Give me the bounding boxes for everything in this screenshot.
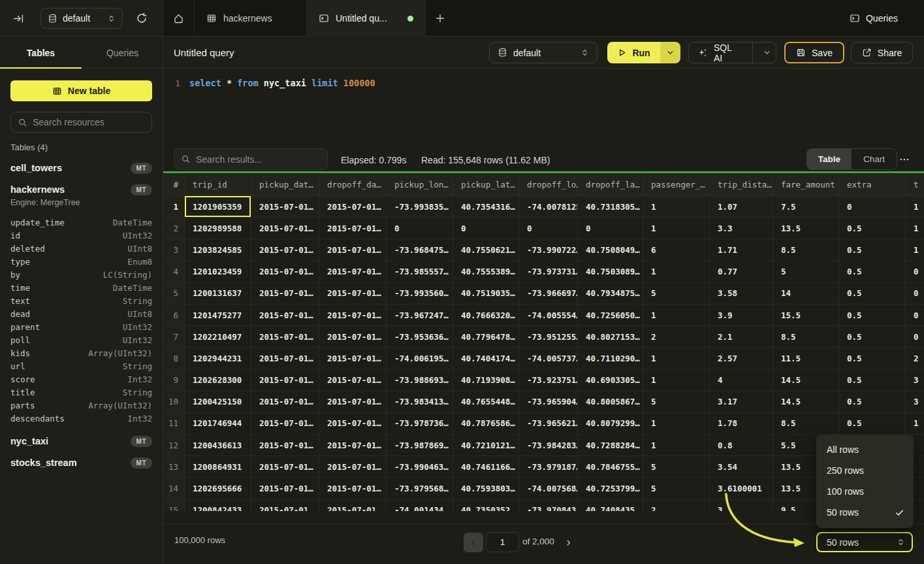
view-toggle-chart[interactable]: Chart — [852, 149, 897, 169]
table-cell[interactable]: 40.7404174… — [453, 348, 519, 369]
column-header[interactable]: passenger_… — [643, 173, 710, 196]
table-cell[interactable]: 40.7519035… — [453, 283, 519, 305]
schema-column-row[interactable]: typeEnum8 — [10, 255, 152, 268]
table-cell[interactable]: 2015-07-01… — [251, 500, 319, 511]
schema-column-row[interactable]: deadUInt8 — [10, 307, 152, 320]
table-cell[interactable]: 3.54 — [710, 456, 773, 478]
table-cell[interactable]: 40.7350352 — [453, 500, 519, 511]
table-cell[interactable]: -73.966697… — [519, 283, 578, 305]
table-cell[interactable]: 40.7210121… — [453, 435, 519, 456]
table-cell[interactable]: 40.7655448… — [453, 391, 519, 413]
table-cell[interactable]: -74.0078125 — [519, 196, 578, 218]
schema-column-row[interactable]: partsArray(UInt32) — [10, 399, 152, 412]
table-cell[interactable]: 5 — [643, 391, 710, 413]
table-cell[interactable]: 1 — [643, 435, 710, 456]
column-header[interactable]: # — [163, 173, 185, 196]
table-cell[interactable]: 0 — [453, 218, 519, 239]
table-cell[interactable]: 1 — [906, 413, 924, 435]
table-cell[interactable]: 2015-07-01… — [251, 370, 319, 391]
table-cell[interactable]: 1202695666 — [185, 478, 251, 499]
menu-item-100-rows[interactable]: 100 rows — [816, 481, 914, 502]
refresh-icon[interactable] — [136, 12, 148, 24]
sidebar-table-stocks-stream[interactable]: stocks_stream MT — [10, 455, 152, 471]
table-cell[interactable]: 1 — [643, 196, 710, 218]
table-cell[interactable]: 40.7555389… — [453, 261, 519, 283]
table-cell[interactable]: 2015-07-01… — [251, 239, 319, 261]
table-cell[interactable]: 1 — [643, 370, 710, 391]
table-cell[interactable]: 40.6903305… — [578, 370, 643, 391]
next-page-button[interactable] — [560, 533, 576, 552]
table-cell[interactable]: 40.7593803… — [453, 478, 519, 499]
table-cell[interactable]: 2015-07-01… — [251, 391, 319, 413]
sql-editor[interactable]: 1 select * from nyc_taxi limit 100000 — [163, 78, 375, 88]
table-cell[interactable]: -74.005737… — [519, 348, 578, 369]
column-header[interactable]: extra — [839, 173, 906, 196]
table-cell[interactable]: 1200436613 — [185, 435, 251, 456]
table-cell[interactable]: 40.7256050… — [578, 305, 643, 326]
table-cell[interactable]: -73.973731… — [519, 261, 578, 283]
table-cell[interactable]: 2015-07-01… — [251, 348, 319, 369]
table-cell[interactable]: 2015-07-01… — [251, 413, 319, 435]
table-cell[interactable]: -73.990722… — [519, 239, 578, 261]
table-cell[interactable]: 40.7354316… — [453, 196, 519, 218]
table-cell[interactable]: 1200131637 — [185, 283, 251, 305]
table-cell[interactable]: 2015-07-01… — [251, 218, 319, 239]
table-cell[interactable]: 8.5 — [773, 239, 839, 261]
table-cell[interactable]: 2015-07-01… — [319, 196, 387, 218]
table-cell[interactable]: 0 — [578, 218, 643, 239]
table-cell[interactable]: 0 — [906, 283, 924, 305]
new-table-button[interactable]: New table — [10, 80, 152, 101]
sidebar-table-nyc-taxi[interactable]: nyc_taxi MT — [10, 433, 152, 449]
table-cell[interactable]: 1 — [643, 348, 710, 369]
table-cell[interactable]: 40.8079299… — [578, 413, 643, 435]
table-cell[interactable]: 1200425150 — [185, 391, 251, 413]
table-cell[interactable]: 14.5 — [773, 370, 839, 391]
table-cell[interactable]: 5 — [643, 283, 710, 305]
table-cell[interactable]: 2015-07-01… — [319, 239, 387, 261]
column-header[interactable]: dropoff_da… — [319, 173, 387, 196]
table-cell[interactable]: 2015-07-01… — [251, 283, 319, 305]
table-cell[interactable]: 40.7318305… — [578, 196, 643, 218]
table-cell[interactable]: 2 — [906, 348, 924, 369]
table-cell[interactable]: 40.8027153… — [578, 326, 643, 348]
column-header[interactable]: pickup_lon… — [387, 173, 453, 196]
table-cell[interactable]: -73.965904… — [519, 391, 578, 413]
table-cell[interactable]: 2015-07-01… — [319, 391, 387, 413]
run-button[interactable]: Run — [607, 42, 660, 63]
table-cell[interactable]: 8.5 — [773, 326, 839, 348]
table-cell[interactable]: 3.6100001 — [710, 478, 773, 499]
table-cell[interactable]: 40.8005867… — [578, 391, 643, 413]
table-cell[interactable]: 0 — [906, 326, 924, 348]
table-cell[interactable]: 1 — [643, 413, 710, 435]
table-cell[interactable]: 3 — [906, 391, 924, 413]
table-cell[interactable]: 1.78 — [710, 413, 773, 435]
table-cell[interactable]: 5 — [643, 456, 710, 478]
table-cell[interactable]: 0.5 — [839, 218, 906, 239]
table-cell[interactable]: 2015-07-01… — [251, 305, 319, 326]
table-cell[interactable]: 40.7876586… — [453, 413, 519, 435]
table-cell[interactable]: 2015-07-01… — [251, 478, 319, 499]
table-cell[interactable]: 2015-07-01… — [251, 435, 319, 456]
table-cell[interactable]: 11.5 — [773, 348, 839, 369]
search-resources-input[interactable] — [33, 117, 137, 127]
table-cell[interactable]: 4 — [710, 370, 773, 391]
database-selector[interactable]: default — [40, 8, 123, 29]
table-cell[interactable]: 0.5 — [839, 413, 906, 435]
table-cell[interactable]: 2015-07-01… — [319, 478, 387, 499]
table-cell[interactable]: 0.77 — [710, 261, 773, 283]
table-cell[interactable]: 0.5 — [839, 305, 906, 326]
table-cell[interactable]: -73.978736… — [387, 413, 453, 435]
table-cell[interactable]: -73.967247… — [387, 305, 453, 326]
table-cell[interactable]: 2015-07-01… — [319, 218, 387, 239]
table-cell[interactable]: 40.7288284… — [578, 435, 643, 456]
table-cell[interactable]: 0 — [906, 305, 924, 326]
table-cell[interactable]: 13.5 — [773, 218, 839, 239]
page-number-input[interactable] — [486, 532, 519, 552]
table-cell[interactable]: 3 — [906, 370, 924, 391]
table-cell[interactable]: -73.970843 — [519, 500, 578, 511]
table-cell[interactable]: 3.17 — [710, 391, 773, 413]
table-cell[interactable]: 5 — [773, 261, 839, 283]
table-cell[interactable]: -74.006195… — [387, 348, 453, 369]
schema-column-row[interactable]: kidsArray(UInt32) — [10, 346, 152, 359]
table-cell[interactable]: -73.993835… — [387, 196, 453, 218]
